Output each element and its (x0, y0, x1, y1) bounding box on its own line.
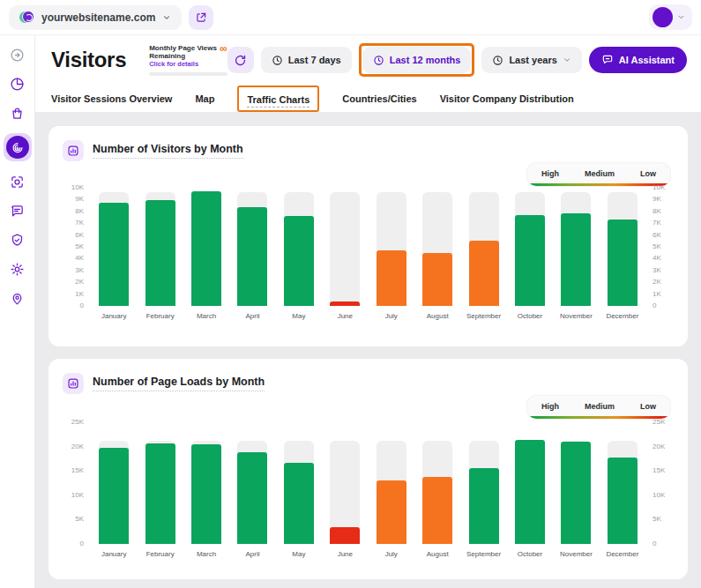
bar-group-may[interactable]: May (276, 188, 322, 320)
tab-countries-cities[interactable]: Countries/Cities (342, 93, 416, 104)
website-selector[interactable]: yourwebsitename.com (9, 5, 182, 30)
settings-gear-icon[interactable] (9, 260, 26, 278)
bar-low[interactable] (330, 301, 360, 306)
open-website-button[interactable] (189, 5, 213, 30)
analytics-pie-icon[interactable] (9, 75, 26, 93)
tab-visitor-sessions-overview[interactable]: Visitor Sessions Overview (51, 93, 172, 104)
bar-high[interactable] (469, 468, 499, 544)
y-tick-label: 10K (71, 184, 84, 191)
bar-group-november[interactable]: November (553, 422, 599, 558)
x-tick-label: May (276, 550, 322, 558)
visitors-radar-icon (6, 136, 29, 159)
bar-low[interactable] (330, 527, 360, 544)
bar-high[interactable] (515, 215, 545, 306)
bar-group-october[interactable]: October (507, 188, 553, 320)
bar-group-august[interactable]: August (414, 422, 460, 558)
y-tick-label: 4K (653, 255, 661, 262)
bar-high[interactable] (284, 216, 314, 306)
legend-medium-label: Medium (585, 402, 615, 411)
bar-group-april[interactable]: April (229, 188, 275, 320)
bar-medium[interactable] (377, 480, 406, 544)
y-tick-label: 10K (653, 184, 665, 191)
bar-high[interactable] (561, 213, 591, 306)
ai-assistant-label: AI Assistant (619, 55, 675, 65)
filter-last-7-days[interactable]: Last 7 days (261, 47, 352, 73)
bar-high[interactable] (191, 444, 221, 544)
bar-medium[interactable] (422, 477, 452, 544)
bar-medium[interactable] (422, 253, 452, 306)
legend-high-label: High (541, 169, 559, 178)
bar-group-february[interactable]: February (137, 422, 183, 558)
tab-map[interactable]: Map (195, 93, 214, 104)
bar-high[interactable] (237, 452, 267, 544)
tab-visitor-company-distribution[interactable]: Visitor Company Distribution (440, 93, 574, 104)
collapse-arrow-icon[interactable] (9, 46, 26, 63)
filter-last-years-dropdown[interactable]: Last years (481, 47, 581, 73)
bar-high[interactable] (515, 440, 545, 544)
bar-chart: 10K9K8K7K6K5K4K3K2K1K0 JanuaryFebruaryMa… (63, 188, 674, 320)
y-tick-label: 6K (75, 232, 84, 239)
bar-group-february[interactable]: February (137, 188, 183, 320)
bar-high[interactable] (608, 220, 638, 306)
bar-medium[interactable] (469, 241, 499, 306)
bar-group-may[interactable]: May (276, 422, 322, 558)
bar-group-july[interactable]: July (369, 188, 414, 320)
privacy-shield-icon[interactable] (9, 231, 26, 249)
bar-group-march[interactable]: March (183, 422, 229, 558)
bar-group-march[interactable]: March (183, 188, 229, 320)
chevron-down-icon (677, 13, 685, 21)
bar-group-december[interactable]: December (600, 422, 645, 558)
x-tick-label: July (369, 312, 414, 320)
y-tick-label: 2K (653, 279, 661, 286)
communication-chat-icon[interactable] (9, 202, 26, 220)
bar-group-january[interactable]: January (91, 188, 137, 320)
bar-group-september[interactable]: September (460, 422, 506, 558)
quota-progress-bar (149, 72, 227, 76)
bar-high[interactable] (561, 442, 591, 544)
bar-high[interactable] (99, 448, 129, 544)
quota-details-link[interactable]: Click for details (149, 60, 220, 68)
tab-traffic-charts[interactable]: Traffic Charts (247, 94, 309, 108)
bar-group-january[interactable]: January (91, 422, 137, 558)
bar-high[interactable] (284, 463, 314, 544)
y-tick-label: 6K (653, 232, 661, 239)
bar-group-october[interactable]: October (507, 422, 553, 558)
quota-value: ∞ (220, 44, 227, 53)
y-axis-left: 25K20K15K10K5K0 (63, 422, 91, 544)
behavior-focus-icon[interactable] (9, 173, 26, 190)
y-tick-label: 5K (75, 516, 84, 523)
bar-group-december[interactable]: December (600, 188, 645, 320)
bar-high[interactable] (145, 443, 175, 544)
bar-group-june[interactable]: June (322, 188, 368, 320)
bar-group-july[interactable]: July (369, 422, 414, 558)
account-menu[interactable] (649, 4, 692, 30)
bar-high[interactable] (145, 200, 175, 306)
bar-group-april[interactable]: April (229, 422, 275, 558)
y-tick-label: 25K (653, 419, 665, 426)
chevron-down-icon (563, 56, 571, 64)
bar-group-november[interactable]: November (553, 188, 599, 320)
y-tick-label: 1K (75, 291, 84, 298)
bar-group-september[interactable]: September (460, 188, 506, 320)
filter-last-12-months[interactable]: Last 12 months (362, 47, 472, 73)
bar-high[interactable] (191, 191, 221, 306)
x-tick-label: September (460, 550, 506, 558)
x-tick-label: August (414, 550, 460, 558)
ai-assistant-button[interactable]: AI Assistant (589, 47, 687, 73)
bar-high[interactable] (237, 207, 267, 306)
refresh-button[interactable] (227, 47, 254, 73)
location-pin-icon[interactable] (9, 289, 26, 307)
bar-high[interactable] (99, 203, 129, 306)
bar-high[interactable] (608, 458, 638, 544)
bar-group-june[interactable]: June (322, 422, 368, 558)
bar-group-august[interactable]: August (414, 188, 460, 320)
y-tick-label: 8K (75, 208, 84, 215)
sidebar-item-visitors-active[interactable] (4, 133, 32, 161)
ecommerce-bag-icon[interactable] (9, 104, 26, 122)
bar-medium[interactable] (377, 250, 406, 306)
tabs-bar: Visitor Sessions Overview Map Traffic Ch… (35, 83, 701, 113)
y-tick-label: 8K (653, 208, 661, 215)
page-views-quota[interactable]: Monthly Page Views Remaining Click for d… (149, 44, 227, 76)
page-header: Visitors Monthly Page Views Remaining Cl… (35, 35, 701, 113)
bar-track (330, 192, 360, 306)
